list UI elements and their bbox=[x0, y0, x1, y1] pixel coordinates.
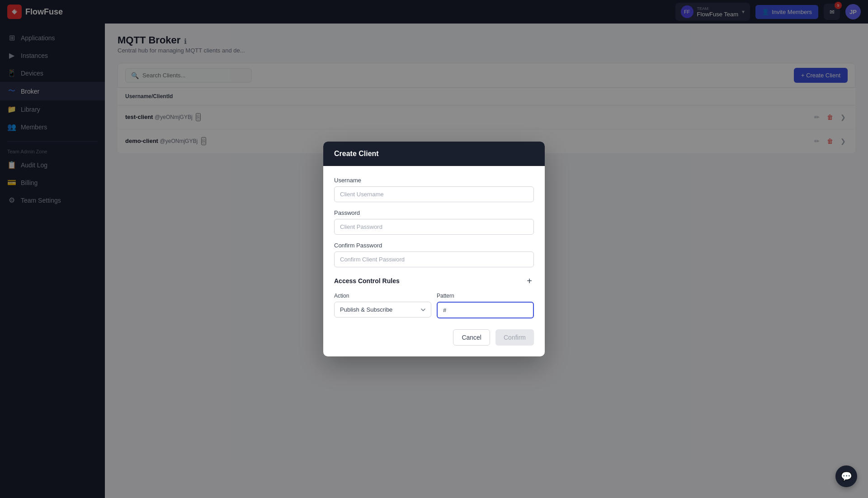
password-field-group: Password bbox=[334, 209, 534, 235]
pattern-label: Pattern bbox=[437, 293, 534, 299]
chat-button[interactable]: 💬 bbox=[835, 465, 857, 487]
access-control-title: Access Control Rules bbox=[334, 277, 400, 285]
password-label: Password bbox=[334, 209, 534, 216]
modal-body: Username Password Confirm Password Acces… bbox=[323, 166, 545, 329]
username-field-group: Username bbox=[334, 177, 534, 202]
cancel-button[interactable]: Cancel bbox=[453, 329, 490, 346]
password-input[interactable] bbox=[334, 219, 534, 235]
confirm-password-field-group: Confirm Password bbox=[334, 242, 534, 267]
chat-icon: 💬 bbox=[841, 471, 852, 482]
access-control-header: Access Control Rules + bbox=[334, 275, 534, 285]
confirm-password-label: Confirm Password bbox=[334, 242, 534, 249]
add-rule-button[interactable]: + bbox=[525, 276, 534, 285]
action-select[interactable]: Publish & Subscribe Publish Subscribe bbox=[334, 302, 431, 318]
pattern-group: Pattern bbox=[437, 293, 534, 318]
create-client-modal: Create Client Username Password Confirm … bbox=[323, 142, 545, 356]
pattern-input[interactable] bbox=[437, 302, 534, 318]
modal-overlay[interactable]: Create Client Username Password Confirm … bbox=[0, 0, 868, 498]
modal-footer: Cancel Confirm bbox=[323, 329, 545, 356]
action-group: Action Publish & Subscribe Publish Subsc… bbox=[334, 293, 431, 318]
confirm-button[interactable]: Confirm bbox=[495, 329, 534, 346]
username-input[interactable] bbox=[334, 186, 534, 202]
action-label: Action bbox=[334, 293, 431, 299]
rule-row: Action Publish & Subscribe Publish Subsc… bbox=[334, 293, 534, 318]
username-label: Username bbox=[334, 177, 534, 184]
confirm-password-input[interactable] bbox=[334, 251, 534, 267]
modal-title: Create Client bbox=[334, 150, 534, 158]
modal-header: Create Client bbox=[323, 142, 545, 166]
